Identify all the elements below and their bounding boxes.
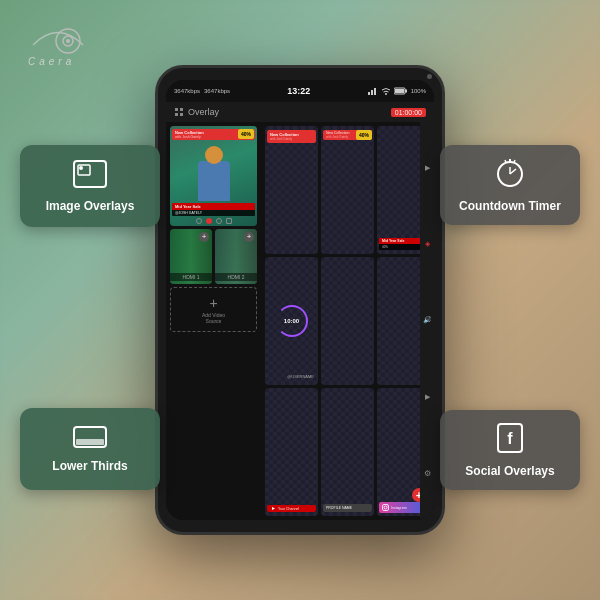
svg-rect-13 <box>180 113 183 116</box>
svg-marker-14 <box>272 507 275 510</box>
person-figure <box>194 141 234 211</box>
hdmi1-add-btn[interactable]: + <box>199 232 209 242</box>
add-plus-icon: + <box>209 296 217 310</box>
instagram-text: Instagram <box>391 506 407 510</box>
cell8-profile: PROFILE NAME <box>323 504 372 512</box>
overlay-cell-7[interactable]: Your Channel <box>265 388 318 516</box>
social-overlays-bubble[interactable]: f Social Overlays <box>440 410 580 490</box>
svg-rect-11 <box>175 113 178 116</box>
countdown-timer-bubble[interactable]: Countdown Timer <box>440 145 580 225</box>
overlay-cell-1[interactable]: New Collection with Josh Gately <box>265 126 318 254</box>
svg-point-6 <box>385 93 387 95</box>
battery-pct: 100% <box>411 88 426 94</box>
svg-point-2 <box>66 39 70 43</box>
countdown-time: 10:00 <box>284 318 299 324</box>
video-lower-third: Mid Year Sale @JOSH GATELY <box>172 203 255 216</box>
status-right: 100% <box>368 87 426 95</box>
tablet-device: 3647kbps 3647kbps 13:22 100% Overlay <box>155 65 445 535</box>
add-source-label: Add VideoSource <box>202 312 225 324</box>
svg-text:f: f <box>507 430 513 447</box>
svg-rect-5 <box>374 88 376 95</box>
tablet-camera <box>427 74 432 79</box>
svg-rect-22 <box>76 439 104 445</box>
hdmi1-label: HDMI 1 <box>170 273 212 281</box>
status-bitrate2: 3647kbps <box>204 88 230 94</box>
sale-text: Mid Year Sale <box>175 204 252 209</box>
status-time: 13:22 <box>287 86 310 96</box>
overlay-cell-5[interactable] <box>321 257 374 385</box>
timer-display: 01:00:00 <box>391 108 426 117</box>
lower-thirds-label: Lower Thirds <box>52 459 127 473</box>
countdown-ring: 10:00 <box>276 305 308 337</box>
right-panel: New Collection with Josh Gately New Coll… <box>261 122 434 520</box>
cell1-banner: New Collection with Josh Gately <box>267 130 316 143</box>
overlay-cell-8[interactable]: PROFILE NAME <box>321 388 374 516</box>
social-overlays-icon: f <box>496 422 524 458</box>
svg-point-16 <box>384 506 387 509</box>
toolbar-gear-icon[interactable]: ⚙ <box>424 469 431 478</box>
person-head <box>205 146 223 164</box>
overlay-cell-4[interactable]: 10:00 @USERNAME <box>265 257 318 385</box>
svg-rect-12 <box>180 108 183 111</box>
logo-text: Caera <box>28 56 75 67</box>
host-handle: @JOSH GATELY <box>175 211 252 215</box>
toolbar-volume-icon[interactable]: 🔊 <box>423 316 432 324</box>
svg-line-25 <box>505 160 506 163</box>
toolbar-play-icon[interactable]: ▶ <box>425 164 430 172</box>
main-video-source[interactable]: New Collection with Josh Gately Mid Year… <box>170 126 257 226</box>
overlay-cell-2[interactable]: New Collection with Josh Gately 40% <box>321 126 374 254</box>
header-label: Overlay <box>188 107 219 117</box>
hdmi2-add-btn[interactable]: + <box>244 232 254 242</box>
countdown-timer-icon <box>494 157 526 193</box>
ctrl-btn[interactable] <box>196 218 202 224</box>
profile-text: PROFILE NAME <box>326 506 369 510</box>
svg-point-17 <box>387 505 388 506</box>
svg-rect-10 <box>175 108 178 111</box>
svg-rect-8 <box>405 90 407 93</box>
svg-rect-15 <box>383 505 389 511</box>
image-overlays-label: Image Overlays <box>46 199 135 213</box>
svg-point-20 <box>79 166 83 170</box>
lower-thirds-icon <box>72 425 108 453</box>
hdmi-sources-row: + HDMI 1 + HDMI 2 <box>170 229 257 284</box>
logo-icon <box>55 28 81 58</box>
app-header: Overlay 01:00:00 <box>166 102 434 122</box>
hdmi1-source[interactable]: + HDMI 1 <box>170 229 212 284</box>
overlay-grid: New Collection with Josh Gately New Coll… <box>265 126 430 516</box>
toolbar-play2-icon[interactable]: ▶ <box>425 393 430 401</box>
svg-rect-9 <box>395 89 404 93</box>
ctrl-btn2[interactable] <box>216 218 222 224</box>
toolbar-layers-icon[interactable]: ◈ <box>425 240 430 248</box>
svg-line-26 <box>514 160 515 163</box>
tablet-screen: 3647kbps 3647kbps 13:22 100% Overlay <box>166 80 434 520</box>
status-bar: 3647kbps 3647kbps 13:22 100% <box>166 80 434 102</box>
image-overlays-icon <box>72 159 108 193</box>
cell3-discount: 40% <box>382 245 425 249</box>
right-toolbar: ▶ ◈ 🔊 ▶ ⚙ <box>420 122 434 520</box>
ctrl-rec[interactable] <box>206 218 212 224</box>
hdmi2-label: HDMI 2 <box>215 273 257 281</box>
add-video-source-btn[interactable]: + Add VideoSource <box>170 287 257 332</box>
lower-thirds-bubble[interactable]: Lower Thirds <box>20 408 160 490</box>
app-content: New Collection with Josh Gately Mid Year… <box>166 122 434 520</box>
cell1-banner-sub: with Josh Gately <box>270 137 313 141</box>
cell2-discount: 40% <box>356 130 372 140</box>
svg-rect-4 <box>371 90 373 95</box>
video-controls <box>170 218 257 224</box>
hdmi2-source[interactable]: + HDMI 2 <box>215 229 257 284</box>
discount-badge: 40% <box>238 129 254 139</box>
left-panel: New Collection with Josh Gately Mid Year… <box>166 122 261 520</box>
ctrl-fullscreen[interactable] <box>226 218 232 224</box>
svg-rect-3 <box>368 92 370 95</box>
social-overlays-label: Social Overlays <box>465 464 554 478</box>
cell7-channel: Your Channel <box>267 505 316 512</box>
channel-text: Your Channel <box>278 507 299 511</box>
person-body <box>198 161 230 201</box>
cell3-sale: Mid Year Sale <box>382 239 425 243</box>
status-left: 3647kbps 3647kbps <box>174 88 230 94</box>
countdown-display: 10:00 <box>265 257 318 385</box>
overlay-username: @USERNAME <box>287 374 314 379</box>
svg-line-27 <box>510 169 516 174</box>
status-bitrate1: 3647kbps <box>174 88 200 94</box>
image-overlays-bubble[interactable]: Image Overlays <box>20 145 160 227</box>
